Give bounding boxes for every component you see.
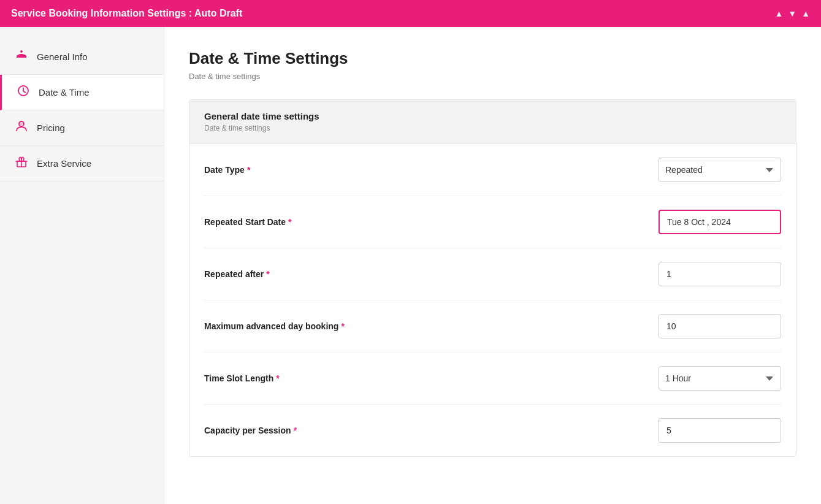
main-layout: General Info Date & Time Pricing (0, 27, 821, 504)
capacity-per-session-required: * (294, 426, 297, 435)
time-slot-length-required: * (276, 373, 279, 383)
topbar-tri-icon[interactable]: ▲ (801, 9, 810, 18)
date-time-icon (17, 85, 30, 100)
sidebar-item-extra-service[interactable]: Extra Service (0, 146, 164, 181)
form-row-repeated-after: Repeated after * (204, 248, 781, 300)
pricing-icon (15, 120, 28, 136)
capacity-per-session-input[interactable] (659, 418, 781, 443)
max-advanced-day-label: Maximum advanced day booking * (204, 321, 345, 331)
page-subtitle: Date & time settings (189, 72, 796, 81)
repeated-start-date-wrap (659, 210, 781, 234)
date-type-required: * (247, 165, 250, 175)
repeated-start-date-label: Repeated Start Date * (204, 217, 292, 227)
date-type-select[interactable]: Single Repeated Recurring (659, 158, 781, 182)
general-info-icon (15, 49, 28, 64)
page-title: Date & Time Settings (189, 49, 796, 68)
time-slot-length-label: Time Slot Length * (204, 373, 280, 383)
main-content: Date & Time Settings Date & time setting… (164, 27, 821, 504)
section-header-title: General date time settings (204, 111, 781, 121)
sidebar: General Info Date & Time Pricing (0, 27, 164, 504)
max-advanced-day-required: * (341, 321, 344, 331)
topbar-title: Service Booking Information Settings : A… (11, 8, 242, 19)
sidebar-item-date-time[interactable]: Date & Time (0, 75, 164, 110)
repeated-start-date-required: * (288, 217, 291, 227)
repeated-after-label: Repeated after * (204, 269, 270, 279)
sidebar-item-date-time-label: Date & Time (39, 87, 90, 97)
repeated-start-date-input[interactable] (659, 210, 781, 234)
section-header: General date time settings Date & time s… (189, 100, 796, 144)
max-advanced-day-input[interactable] (659, 314, 781, 338)
time-slot-length-select[interactable]: 30 Minutes 1 Hour 2 Hours 3 Hours (659, 366, 781, 391)
capacity-per-session-label: Capacity per Session * (204, 426, 297, 435)
sidebar-item-extra-service-label: Extra Service (37, 158, 91, 169)
topbar-down-icon[interactable]: ▼ (788, 9, 796, 18)
repeated-after-input[interactable] (659, 262, 781, 286)
sidebar-item-general-info-label: General Info (37, 52, 88, 62)
sidebar-item-general-info[interactable]: General Info (0, 39, 164, 75)
extra-service-icon (15, 156, 28, 171)
topbar: Service Booking Information Settings : A… (0, 0, 821, 27)
form-row-max-advanced-day: Maximum advanced day booking * (204, 300, 781, 353)
form-row-capacity-per-session: Capacity per Session * (204, 405, 781, 456)
sidebar-item-pricing[interactable]: Pricing (0, 110, 164, 146)
sidebar-item-pricing-label: Pricing (37, 123, 65, 133)
section-card: General date time settings Date & time s… (189, 99, 796, 457)
topbar-up-icon[interactable]: ▲ (774, 9, 783, 18)
form-row-date-type: Date Type * Single Repeated Recurring (204, 144, 781, 196)
repeated-after-required: * (266, 269, 269, 279)
svg-point-4 (20, 123, 23, 125)
section-header-subtitle: Date & time settings (204, 124, 781, 132)
form-row-repeated-start-date: Repeated Start Date * (204, 196, 781, 248)
date-type-label: Date Type * (204, 165, 250, 175)
form-row-time-slot-length: Time Slot Length * 30 Minutes 1 Hour 2 H… (204, 353, 781, 405)
topbar-controls: ▲ ▼ ▲ (774, 9, 810, 18)
form-body: Date Type * Single Repeated Recurring Re… (189, 144, 796, 456)
